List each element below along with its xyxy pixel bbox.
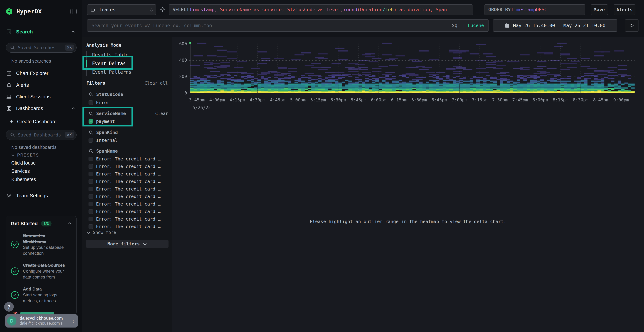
filter-group-name: ServiceName <box>96 111 126 116</box>
search-icon[interactable] <box>88 130 94 135</box>
plus-icon: + <box>10 118 13 125</box>
checkbox-unchecked[interactable] <box>88 138 93 142</box>
user-email: dale@clickhouse.com <box>20 316 63 321</box>
sidebar-item-label: Chart Explorer <box>16 70 48 76</box>
x-axis-tick: 4:00pm <box>206 98 229 102</box>
checkbox-unchecked[interactable] <box>88 209 93 214</box>
sql-select-input[interactable]: SELECT Timestamp, ServiceName as service… <box>169 4 473 15</box>
preset-kubernetes[interactable]: Kubernetes <box>11 177 36 182</box>
alerts-button[interactable]: Alerts <box>614 4 636 15</box>
x-axis-tick: 8:15pm <box>549 98 572 102</box>
filter-option-payment[interactable]: payment <box>88 118 168 125</box>
filter-option-spanname[interactable]: Error: The credit card … <box>88 170 168 178</box>
collapse-sidebar-icon[interactable] <box>70 8 77 14</box>
sidebar-item-label: Client Sessions <box>16 94 51 100</box>
language-lucene-option[interactable]: Lucene <box>468 23 484 28</box>
filter-option-spanname[interactable]: Error: The credit card … <box>88 185 168 193</box>
checkbox-unchecked[interactable] <box>88 172 93 176</box>
get-started-item[interactable]: Create Data Sources Configure where your… <box>11 262 72 280</box>
clear-servicename-filter-button[interactable]: Clear <box>155 111 168 116</box>
tab-results-table[interactable]: Results Table <box>86 50 165 59</box>
hyperdx-logo-icon <box>5 8 13 16</box>
x-axis-tick: 3:45pm <box>185 98 208 102</box>
tab-event-deltas[interactable]: Event Deltas <box>86 59 165 68</box>
checkbox-unchecked[interactable] <box>88 179 93 184</box>
filter-option-spanname[interactable]: Error: The credit card … <box>88 193 168 200</box>
search-icon[interactable] <box>88 149 94 154</box>
gear-icon <box>6 193 12 198</box>
user-menu[interactable]: D dale@clickhouse.com dale@clickhouse.co… <box>5 314 78 328</box>
save-button[interactable]: Save <box>591 4 608 15</box>
sidebar-item-label: Search <box>16 29 33 35</box>
x-axis-tick: 5:45pm <box>347 98 370 102</box>
sidebar-item-client-sessions[interactable]: Client Sessions <box>0 92 82 101</box>
chevron-up-icon[interactable] <box>68 222 72 226</box>
search-input[interactable]: Search your events w/ Lucene ex. column:… <box>87 19 489 32</box>
presets-toggle[interactable]: PRESETS <box>11 153 39 158</box>
help-button[interactable]: ? <box>4 302 14 312</box>
checkbox-unchecked[interactable] <box>88 224 93 229</box>
filter-option-error[interactable]: Error <box>88 99 168 106</box>
sidebar-item-search[interactable]: Search <box>0 28 82 36</box>
order-by-input[interactable]: ORDER BY Timestamp DESC <box>484 4 585 15</box>
source-settings-button[interactable] <box>156 6 169 13</box>
x-axis-tick: 7:45pm <box>508 98 532 102</box>
sidebar-item-chart-explorer[interactable]: Chart Explorer <box>0 69 82 78</box>
sidebar-item-team-settings[interactable]: Team Settings <box>0 192 82 200</box>
filter-option-internal[interactable]: Internal <box>88 136 168 144</box>
saved-dashboards-input[interactable]: Saved Dashboards ⌘K <box>6 130 76 140</box>
analysis-mode-title: Analysis Mode <box>86 42 122 48</box>
more-filters-button[interactable]: More filters <box>86 240 168 248</box>
saved-searches-input[interactable]: Saved Searches ⌘K <box>6 42 76 52</box>
get-started-item[interactable]: Connect to ClickHouse Set up your databa… <box>11 232 72 256</box>
heatmap-date-label: 5/26/25 <box>193 105 211 110</box>
no-saved-dashboards-text: No saved dashboards <box>11 144 56 150</box>
filter-option-spanname[interactable]: Error: The credit card … <box>88 200 168 208</box>
checkbox-unchecked[interactable] <box>88 157 93 161</box>
date-range-picker[interactable]: May 26 15:40:00 - May 26 21:10:00 <box>493 19 617 32</box>
sidebar-divider <box>0 38 82 38</box>
checkbox-unchecked[interactable] <box>88 202 93 206</box>
source-select[interactable]: Traces <box>87 4 156 15</box>
filter-option-spanname[interactable]: Error: The credit card … <box>88 208 168 215</box>
preset-clickhouse[interactable]: ClickHouse <box>11 160 36 166</box>
x-axis-tick: 5:00pm <box>286 98 310 102</box>
preset-services[interactable]: Services <box>11 168 30 174</box>
filter-option-spanname[interactable]: Error: The credit card … <box>88 162 168 170</box>
x-axis-tick: 4:30pm <box>246 98 269 102</box>
filter-group-name: SpanKind <box>96 130 118 135</box>
search-icon[interactable] <box>88 92 94 97</box>
get-started-progress-badge: 3/3 <box>41 221 52 226</box>
checkbox-unchecked[interactable] <box>88 187 93 191</box>
filter-option-spanname[interactable]: Error: The credit card … <box>88 178 168 185</box>
run-query-button[interactable] <box>625 19 638 32</box>
show-more-button[interactable]: Show more <box>86 230 116 235</box>
checkbox-unchecked[interactable] <box>88 100 93 105</box>
language-sql-option[interactable]: SQL <box>452 23 460 28</box>
filter-option-spanname[interactable]: Error: The credit card … <box>88 155 168 162</box>
duration-heatmap-canvas[interactable] <box>172 37 644 114</box>
checkbox-unchecked[interactable] <box>88 164 93 169</box>
create-dashboard-button[interactable]: + Create Dashboard <box>10 118 56 125</box>
chevron-up-icon[interactable] <box>71 30 75 34</box>
filter-option-spanname[interactable]: Error: The credit card … <box>88 223 168 230</box>
chevron-up-icon[interactable] <box>71 106 75 110</box>
checkbox-unchecked[interactable] <box>88 194 93 199</box>
brand-row: HyperDX <box>5 6 77 17</box>
x-axis-tick: 8:00pm <box>528 98 552 102</box>
clear-all-filters-button[interactable]: Clear all <box>144 81 168 86</box>
sidebar-item-dashboards[interactable]: Dashboards <box>0 104 82 113</box>
sidebar-item-alerts[interactable]: Alerts <box>0 81 82 90</box>
search-icon[interactable] <box>88 111 94 116</box>
y-axis-tick: 400 <box>173 58 187 63</box>
get-started-title: Get Started <box>11 221 38 226</box>
y-axis-tick: 200 <box>173 74 187 79</box>
checkbox-unchecked[interactable] <box>88 217 93 221</box>
checkbox-checked[interactable] <box>88 119 93 124</box>
kbd-shortcut: ⌘K <box>65 44 74 50</box>
get-started-item[interactable]: Add Data Start sending logs, metrics, or… <box>11 286 72 304</box>
tab-event-patterns[interactable]: Event Patterns <box>86 68 165 76</box>
filter-group-name: SpanName <box>96 148 118 154</box>
filter-option-spanname[interactable]: Error: The credit card … <box>88 215 168 223</box>
date-range-value: May 26 15:40:00 - May 26 21:10:00 <box>513 23 606 28</box>
